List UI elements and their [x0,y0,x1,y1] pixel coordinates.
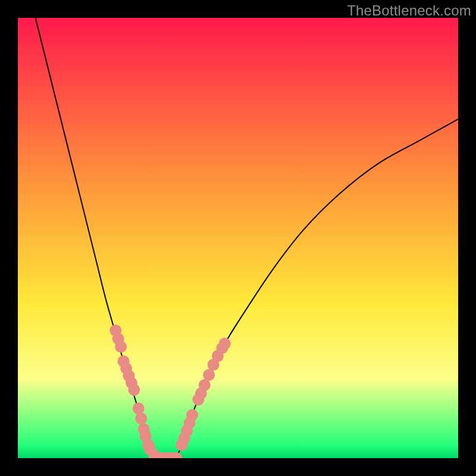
gradient-background [18,18,458,458]
data-marker [133,402,145,414]
data-marker [199,379,211,391]
data-marker [135,412,147,424]
data-marker [115,341,127,353]
data-marker [128,384,140,396]
watermark-text: TheBottleneck.com [347,2,471,19]
data-marker [186,409,198,421]
data-marker [203,369,215,381]
chart-svg [18,18,458,458]
chart-frame [18,18,458,458]
data-marker [219,338,231,350]
